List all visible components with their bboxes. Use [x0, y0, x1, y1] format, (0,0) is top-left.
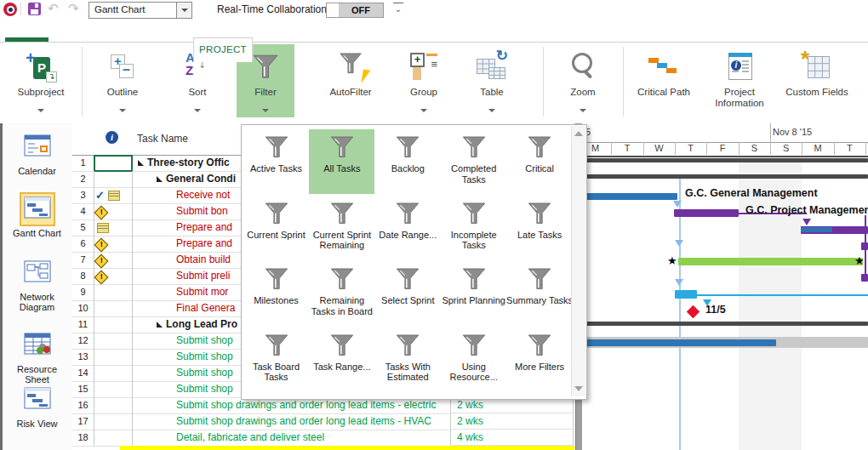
ribbon-button-critical[interactable]: Critical Path: [630, 44, 698, 117]
redo-button[interactable]: ↷: [68, 1, 79, 16]
row-number[interactable]: 15: [72, 381, 94, 398]
ribbon-button-customfields[interactable]: *Custom Fields: [776, 44, 858, 117]
task-name-cell[interactable]: Submit shop drawings and order long lead…: [132, 413, 451, 430]
row-info-cell[interactable]: [94, 155, 133, 172]
row-number[interactable]: 7: [72, 252, 94, 269]
filter-option-active-tasks[interactable]: Active Tasks: [243, 129, 309, 194]
filter-option-critical[interactable]: Critical: [507, 129, 573, 194]
ribbon-button-autofilter[interactable]: AutoFilter: [313, 44, 388, 117]
filter-option-select-sprint[interactable]: Select Sprint: [375, 261, 441, 326]
row-number[interactable]: 17: [72, 413, 94, 430]
row-number[interactable]: 2: [72, 171, 94, 188]
sidebar-item-resource-sheet[interactable]: Resource Sheet: [3, 330, 71, 384]
task-row-18[interactable]: 18Detail, fabricate and deliver steel4 w…: [72, 430, 575, 446]
row-number[interactable]: 12: [72, 333, 94, 350]
save-icon[interactable]: [28, 3, 41, 15]
task-bar-row8[interactable]: [861, 274, 868, 282]
expand-triangle-icon[interactable]: [138, 160, 144, 166]
ribbon-button-projinfo[interactable]: iProject Information: [706, 44, 773, 117]
progress-bar-row12[interactable]: [582, 339, 776, 346]
filter-option-all-tasks[interactable]: All Tasks: [309, 129, 374, 194]
filter-option-summary-tasks[interactable]: Summary Tasks: [507, 261, 573, 326]
scroll-down-icon[interactable]: [574, 386, 583, 391]
task-bar-row7[interactable]: [678, 258, 863, 265]
filter-option-sprint-planning[interactable]: Sprint Planning: [441, 261, 506, 326]
row-number[interactable]: 13: [72, 349, 94, 366]
task-name-cell[interactable]: Detail, fabricate and deliver steel: [132, 430, 451, 447]
row-number[interactable]: 4: [72, 203, 94, 220]
row-info-cell[interactable]: [94, 430, 133, 447]
progress-bar-row5[interactable]: [801, 227, 832, 232]
row-number[interactable]: 9: [72, 284, 94, 301]
milestone-row10[interactable]: [687, 305, 700, 319]
tab-project[interactable]: PROJECT: [193, 37, 253, 62]
task-bar-row4[interactable]: [674, 209, 739, 217]
expand-triangle-icon[interactable]: [157, 176, 163, 182]
duration-cell[interactable]: 4 wks: [450, 430, 574, 446]
filter-option-tasks-with-estimated[interactable]: Tasks With Estimated: [375, 328, 441, 392]
filter-option-more-filters[interactable]: More Filters: [507, 328, 573, 392]
menu-scrollbar[interactable]: [571, 126, 585, 396]
filter-option-date-range[interactable]: Date Range...: [375, 196, 441, 260]
row-number[interactable]: 11: [72, 316, 94, 333]
filter-option-task-board-tasks[interactable]: Task Board Tasks: [243, 328, 309, 392]
row-info-cell[interactable]: ✓: [94, 187, 133, 204]
row-number[interactable]: 3: [72, 187, 94, 204]
row-info-cell[interactable]: [94, 236, 133, 253]
view-selector-dropdown-button[interactable]: [176, 3, 191, 18]
ribbon-options-button[interactable]: ⌄: [393, 3, 403, 14]
row-number[interactable]: 16: [72, 397, 94, 414]
row-info-cell[interactable]: [94, 219, 133, 236]
row-info-cell[interactable]: [94, 349, 133, 366]
row-info-cell[interactable]: [94, 284, 133, 301]
row-info-cell[interactable]: [94, 300, 133, 317]
collab-toggle[interactable]: OFF: [326, 3, 384, 18]
summary-bar-row1[interactable]: [582, 158, 868, 162]
task-bar-row6[interactable]: [861, 242, 868, 250]
filter-option-current-sprint-remaining[interactable]: Current Sprint Remaining: [309, 196, 374, 260]
row-info-cell[interactable]: [94, 413, 133, 430]
ribbon-button-zoom[interactable]: Zoom: [555, 44, 611, 117]
row-info-cell[interactable]: [94, 397, 133, 414]
filter-option-remaining-tasks-in-board[interactable]: Remaining Tasks in Board: [309, 261, 374, 326]
task-name-cell[interactable]: Submit shop drawings and order long lead…: [132, 397, 451, 414]
filter-option-late-tasks[interactable]: Late Tasks: [507, 196, 573, 260]
row-number[interactable]: 10: [72, 300, 94, 317]
info-column-header[interactable]: i: [94, 123, 133, 156]
row-info-cell[interactable]: [94, 316, 133, 333]
view-selector[interactable]: Gantt Chart: [89, 2, 192, 19]
sidebar-item-gantt-chart[interactable]: Gantt Chart: [3, 194, 71, 238]
row-number[interactable]: 1: [72, 155, 94, 172]
row-info-cell[interactable]: [94, 171, 133, 188]
duration-cell[interactable]: 2 wks: [450, 413, 574, 430]
ribbon-button-group[interactable]: +≡Group: [397, 44, 451, 117]
row-info-cell[interactable]: [94, 203, 133, 220]
ribbon-button-table[interactable]: ↻Table: [465, 44, 519, 117]
row-number[interactable]: 6: [72, 236, 94, 253]
row-number-header[interactable]: [72, 123, 94, 156]
filter-option-milestones[interactable]: Milestones: [243, 261, 309, 326]
filter-option-current-sprint[interactable]: Current Sprint: [243, 196, 309, 260]
filter-option-using-resource[interactable]: Using Resource...: [441, 328, 506, 392]
sidebar-item-risk-view[interactable]: Risk View: [3, 384, 71, 429]
undo-button[interactable]: ↶: [48, 1, 59, 16]
expand-triangle-icon[interactable]: [157, 322, 163, 328]
scroll-up-icon[interactable]: [574, 131, 583, 136]
filter-option-completed-tasks[interactable]: Completed Tasks: [441, 129, 506, 194]
ribbon-button-subproject[interactable]: P+↴Subproject: [7, 44, 75, 117]
row-number[interactable]: 5: [72, 219, 94, 236]
sidebar-item-network-diagram[interactable]: Network Diagram: [3, 258, 71, 312]
sidebar-item-calendar[interactable]: Calendar: [3, 132, 71, 176]
task-row-17[interactable]: 17Submit shop drawings and order long le…: [72, 413, 575, 430]
row-info-cell[interactable]: [94, 252, 133, 269]
ribbon-button-outline[interactable]: +–Outline: [92, 44, 153, 117]
row-info-cell[interactable]: [94, 381, 133, 398]
summary-bar-row11[interactable]: [582, 322, 868, 326]
row-info-cell[interactable]: [94, 333, 133, 350]
summary-bar-row2[interactable]: [582, 174, 868, 179]
row-number[interactable]: 18: [72, 430, 94, 447]
filter-option-task-range[interactable]: Task Range...: [309, 328, 374, 392]
row-info-cell[interactable]: [94, 268, 133, 285]
task-bar-row9[interactable]: [675, 290, 697, 299]
task-bar-row3[interactable]: [582, 193, 677, 200]
